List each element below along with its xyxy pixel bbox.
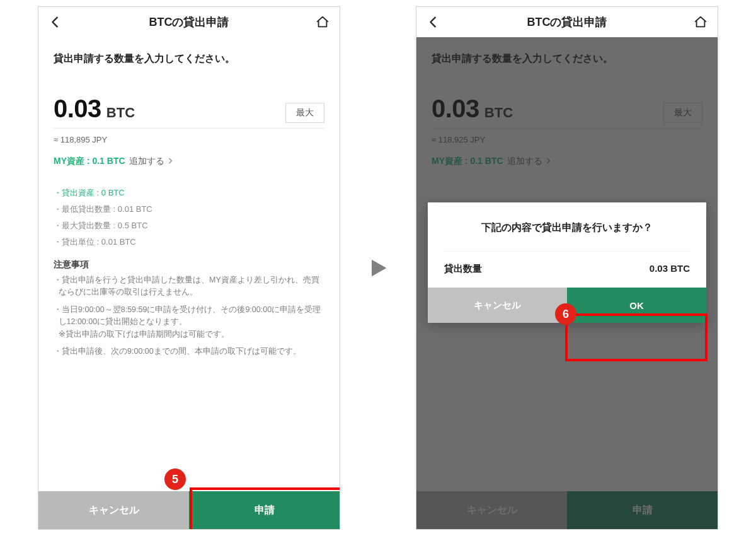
modal-qty-value: 0.03 BTC — [650, 263, 690, 275]
input-prompt: 貸出申請する数量を入力してください。 — [54, 52, 324, 66]
home-icon[interactable] — [692, 14, 709, 30]
max-button[interactable]: 最大 — [285, 103, 324, 123]
limits-list: 貸出資産 : 0 BTC 最低貸出数量 : 0.01 BTC 最大貸出数量 : … — [54, 185, 324, 250]
amount-unit: BTC — [106, 105, 135, 121]
modal-qty-label: 貸出数量 — [444, 263, 482, 275]
add-funds-link[interactable]: 追加する — [129, 156, 175, 167]
app-header: BTCの貸出申請 — [38, 7, 340, 37]
page-title: BTCの貸出申請 — [527, 15, 607, 30]
note-2: 当日9:00:00～翌8:59:59に申請を受け付け、その後9:00:00に申請… — [54, 304, 324, 341]
modal-ok-button[interactable]: OK — [567, 288, 706, 323]
amount-value[interactable]: 0.03 — [54, 95, 101, 123]
phone-left: BTCの貸出申請 貸出申請する数量を入力してください。 0.03 BTC 最大 … — [38, 6, 340, 530]
note-3: 貸出申請後、次の9:00:00までの間、本申請の取下げは可能です。 — [54, 346, 324, 358]
step-amount: 貸出単位 : 0.01 BTC — [54, 234, 324, 250]
approx-fiat: ≈ 118,895 JPY — [54, 135, 324, 144]
confirm-modal: 下記の内容で貸出申請を行いますか？ 貸出数量 0.03 BTC キャンセル OK — [428, 202, 706, 323]
back-icon[interactable] — [47, 14, 64, 30]
my-asset-label: MY資産 : 0.1 BTC — [54, 156, 125, 167]
min-amount: 最低貸出数量 : 0.01 BTC — [54, 201, 324, 218]
modal-cancel-button[interactable]: キャンセル — [428, 288, 567, 323]
notes-list: 貸出申請を行うと貸出申請した数量は、MY資産より差し引かれ、売買ならびに出庫等の… — [54, 274, 324, 358]
footer-actions: キャンセル 申請 — [38, 491, 340, 529]
lent-asset: 貸出資産 : 0 BTC — [54, 185, 324, 201]
modal-title: 下記の内容で貸出申請を行いますか？ — [443, 221, 691, 235]
home-icon[interactable] — [314, 14, 331, 30]
content-area: 貸出申請する数量を入力してください。 0.03 BTC 最大 ≈ 118,895… — [38, 37, 340, 491]
cancel-button[interactable]: キャンセル — [38, 491, 189, 529]
app-header: BTCの貸出申請 — [416, 7, 718, 37]
back-icon[interactable] — [425, 14, 442, 30]
submit-button[interactable]: 申請 — [189, 491, 340, 529]
notes-heading: 注意事項 — [54, 259, 324, 271]
page-title: BTCの貸出申請 — [149, 15, 229, 30]
svg-marker-0 — [372, 260, 386, 277]
phone-right: BTCの貸出申請 貸出申請する数量を入力してください。 0.03 BTC 最大 … — [416, 6, 718, 530]
max-amount: 最大貸出数量 : 0.5 BTC — [54, 218, 324, 234]
flow-arrow-icon — [365, 255, 391, 281]
modal-divider — [443, 251, 691, 252]
note-1: 貸出申請を行うと貸出申請した数量は、MY資産より差し引かれ、売買ならびに出庫等の… — [54, 274, 324, 299]
amount-input-row: 0.03 BTC 最大 — [54, 95, 324, 129]
